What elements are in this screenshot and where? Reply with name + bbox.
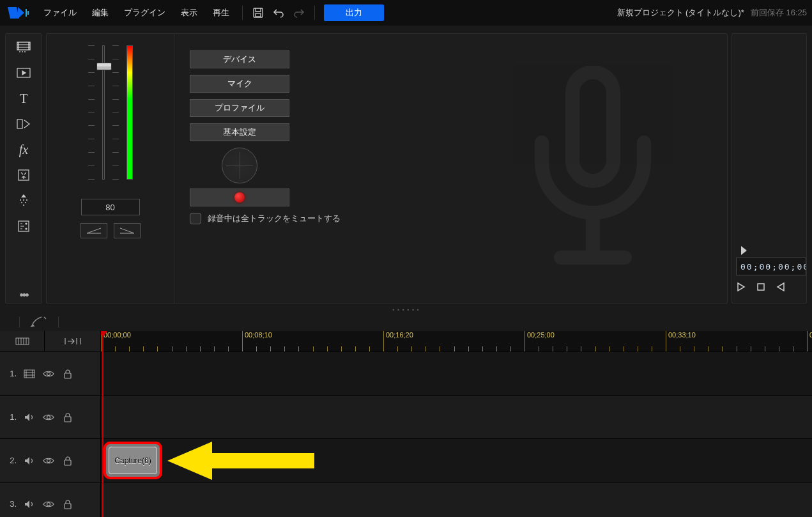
profile-button[interactable]: プロファイル xyxy=(190,99,289,117)
ruler-label: 00;25;00 xyxy=(527,331,555,339)
track-visibility-icon[interactable] xyxy=(42,367,55,380)
level-meter xyxy=(126,45,133,180)
fade-out-button[interactable] xyxy=(114,223,141,238)
left-tool-rail: T fx ••• xyxy=(5,33,42,304)
svg-rect-4 xyxy=(17,42,30,50)
svg-rect-19 xyxy=(572,72,613,181)
audio-room-icon[interactable] xyxy=(13,218,34,235)
preview-timecode[interactable]: 00;00;00;00 xyxy=(736,258,806,275)
svg-marker-36 xyxy=(167,442,314,480)
ruler-label: 00;16;20 xyxy=(386,331,413,339)
overlay-room-icon[interactable] xyxy=(13,167,34,183)
ruler-label: 00;33;10 xyxy=(668,331,696,339)
svg-point-11 xyxy=(23,199,24,201)
separator xyxy=(314,6,315,20)
app-logo[interactable] xyxy=(5,4,31,21)
track-header[interactable]: 1. xyxy=(0,396,101,438)
menu-play[interactable]: 再生 xyxy=(206,4,236,21)
track-number: 1. xyxy=(6,412,17,422)
fade-in-button[interactable] xyxy=(80,223,107,238)
svg-point-12 xyxy=(26,199,27,201)
svg-rect-38 xyxy=(65,504,71,509)
track-header[interactable]: 1. xyxy=(0,352,101,395)
svg-rect-3 xyxy=(256,13,261,17)
svg-rect-29 xyxy=(24,370,34,378)
timeline-track: 2.Capture(6) xyxy=(0,438,812,482)
track-lane[interactable] xyxy=(101,352,812,395)
pip-room-icon[interactable] xyxy=(13,65,34,81)
svg-point-37 xyxy=(47,502,50,505)
track-type-icon xyxy=(23,498,36,511)
more-rooms-icon[interactable]: ••• xyxy=(13,287,34,304)
resizer-dots-icon: • • • • • • xyxy=(392,307,419,313)
preview-panel: 00;00;00;00 xyxy=(732,33,807,304)
svg-rect-23 xyxy=(758,284,764,290)
track-number: 1. xyxy=(6,369,17,378)
basic-button[interactable]: 基本設定 xyxy=(190,123,289,141)
menu-edit[interactable]: 編集 xyxy=(86,4,115,21)
volume-slider[interactable] xyxy=(102,45,105,180)
media-room-icon[interactable] xyxy=(13,39,34,56)
menu-view[interactable]: 表示 xyxy=(174,4,204,21)
volume-slider-thumb[interactable] xyxy=(96,63,112,70)
save-icon[interactable] xyxy=(249,4,267,22)
track-number: 2. xyxy=(6,456,17,465)
svg-rect-35 xyxy=(65,460,71,465)
mic-button[interactable]: マイク xyxy=(190,75,289,93)
panel-resizer[interactable]: • • • • • • xyxy=(0,307,812,313)
export-button[interactable]: 出力 xyxy=(324,4,384,21)
menu-file[interactable]: ファイル xyxy=(37,4,83,21)
record-settings-panel: デバイス マイク プロファイル 基本設定 録音中は全トラックをミュートする xyxy=(174,34,727,304)
fader-ticks-right xyxy=(112,45,119,180)
timeline-ruler[interactable]: 00;00;0000;08;1000;16;2000;25;0000;33;10… xyxy=(101,331,812,351)
svg-point-14 xyxy=(25,202,26,203)
track-type-icon xyxy=(23,367,36,380)
fx-room-icon[interactable]: fx xyxy=(13,141,34,158)
volume-value[interactable]: 80 xyxy=(81,199,140,215)
track-header[interactable]: 3. xyxy=(0,482,101,517)
pan-knob[interactable] xyxy=(222,148,257,183)
mic-watermark-icon xyxy=(503,66,682,270)
track-lane[interactable] xyxy=(101,396,812,438)
ruler-label: 00;00;00 xyxy=(103,331,131,339)
track-number: 3. xyxy=(6,499,17,509)
preview-stop-icon[interactable] xyxy=(756,282,765,291)
svg-marker-24 xyxy=(778,283,784,291)
preview-play-icon[interactable] xyxy=(736,282,746,292)
mute-label: 録音中は全トラックをミュートする xyxy=(208,213,341,224)
track-lock-icon[interactable] xyxy=(61,454,74,467)
timeline-clip[interactable]: Capture(6) xyxy=(103,442,162,479)
track-visibility-icon[interactable] xyxy=(42,498,55,511)
transition-room-icon[interactable] xyxy=(13,116,34,132)
svg-point-13 xyxy=(21,202,22,203)
track-lane[interactable] xyxy=(101,482,812,517)
track-visibility-icon[interactable] xyxy=(42,454,55,467)
svg-point-18 xyxy=(26,228,27,229)
track-lane[interactable]: Capture(6) xyxy=(101,439,812,482)
svg-marker-9 xyxy=(21,194,26,197)
track-type-icon xyxy=(23,411,36,424)
redo-icon[interactable] xyxy=(290,4,308,22)
track-visibility-icon[interactable] xyxy=(42,411,55,424)
particle-room-icon[interactable] xyxy=(13,192,34,209)
mute-checkbox[interactable] xyxy=(190,213,201,224)
svg-point-32 xyxy=(47,415,50,419)
track-header-tool-b[interactable] xyxy=(45,331,101,351)
title-room-icon[interactable]: T xyxy=(13,90,34,107)
track-lock-icon[interactable] xyxy=(61,367,74,380)
track-header-tool-a[interactable] xyxy=(0,331,45,351)
track-lock-icon[interactable] xyxy=(61,498,74,511)
track-type-icon xyxy=(23,454,36,467)
svg-rect-25 xyxy=(16,338,29,344)
menu-plugin[interactable]: プラグイン xyxy=(118,4,172,21)
device-button[interactable]: デバイス xyxy=(190,50,289,68)
track-header[interactable]: 2. xyxy=(0,439,101,482)
brush-tool-icon[interactable] xyxy=(30,316,48,329)
svg-point-10 xyxy=(20,199,21,201)
preview-playhead-marker-icon[interactable] xyxy=(741,246,747,255)
record-button[interactable] xyxy=(190,189,289,206)
workspace: T fx ••• 80 xyxy=(0,26,812,307)
undo-icon[interactable] xyxy=(270,4,287,22)
preview-prev-icon[interactable] xyxy=(776,282,786,292)
track-lock-icon[interactable] xyxy=(61,411,74,424)
